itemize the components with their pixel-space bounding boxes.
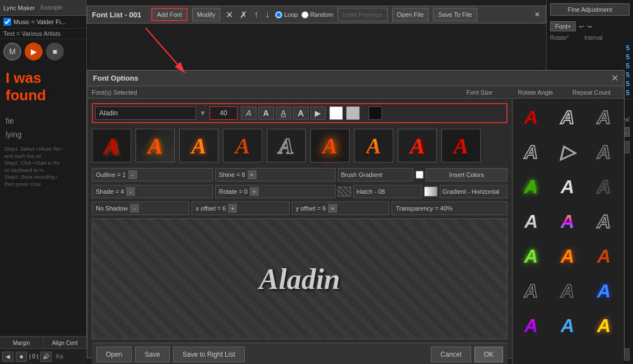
shine-plus-btn[interactable]: + [248, 170, 257, 179]
style-a1-btn[interactable]: A [241, 106, 257, 120]
save-to-file-btn[interactable]: Save To File [433, 8, 477, 21]
insert-colors-btn[interactable]: Insert Colors [426, 168, 508, 181]
font-grid-item-0[interactable]: A [515, 101, 547, 133]
font-grid-item-10[interactable]: A [551, 205, 584, 237]
close-icon[interactable]: ✕ [534, 11, 540, 18]
shine-label: Shine = 8 [219, 171, 245, 178]
font-grid-item-5[interactable]: A [588, 136, 620, 168]
color-swatch-lgray[interactable] [346, 106, 360, 120]
rotate-plus-btn[interactable]: + [250, 187, 259, 196]
arrow-up-btn[interactable]: ↑ [254, 10, 258, 20]
volume-btn[interactable]: 🔊 [40, 352, 52, 362]
xoffset-plus-btn[interactable]: + [228, 204, 237, 213]
font-grid-item-18[interactable]: A [515, 309, 547, 342]
fine-adjustment-btn[interactable]: Fine Adjustment [550, 3, 630, 16]
modify-btn[interactable]: Modify [192, 8, 220, 21]
font-grid-item-8[interactable]: A [588, 170, 620, 203]
font-grid-item-19[interactable]: A [551, 309, 584, 342]
load-previous-btn[interactable]: Load Previous [338, 8, 387, 21]
font-plus-btn[interactable]: Font+ [550, 21, 576, 31]
style-a2-btn[interactable]: A [258, 106, 274, 120]
example-tab[interactable]: Example [40, 4, 62, 11]
random-radio-label[interactable]: Random [301, 11, 334, 18]
font-size-input[interactable] [210, 106, 238, 120]
font-name-input[interactable] [95, 106, 196, 120]
brush-gradient-dropdown[interactable]: Brush Gradient [338, 168, 413, 181]
step1b: and each line as [4, 153, 82, 160]
preview-item-5[interactable]: A [267, 129, 306, 162]
font-grid-item-6[interactable]: A [515, 170, 547, 203]
font-grid-item-3[interactable]: A [515, 136, 547, 168]
tab-margin[interactable]: Margin [0, 338, 44, 348]
bottom-tabs2: Margin Align Cent [0, 337, 87, 348]
hatch-gradient-row: Hatch - 08 Gradient - Horizontal [338, 185, 508, 198]
font-grid-item-2[interactable]: A [588, 101, 620, 133]
rotate-angle-header: Rotate Angle [508, 89, 564, 96]
lyric-display: I was found [0, 64, 86, 114]
font-grid-item-14[interactable]: A [588, 240, 620, 272]
rotate-label: Rotate = 0 [219, 188, 248, 195]
play-button[interactable]: ▶ [25, 43, 43, 60]
font-grid-item-15[interactable]: A [515, 274, 547, 307]
preview-item-4[interactable]: A [223, 129, 262, 162]
music-checkbox[interactable] [3, 18, 11, 26]
open-file-btn[interactable]: Open File [392, 8, 429, 21]
dropdown-arrow-icon[interactable]: ▼ [199, 109, 206, 117]
font-options-right: AAAA▷AAAAAAAAAAAAAAAA [512, 99, 624, 364]
font-grid-item-17[interactable]: A [588, 274, 620, 307]
hatch-dropdown[interactable]: Hatch - 08 [353, 185, 421, 198]
ok-btn[interactable]: OK [474, 347, 503, 362]
cross-x-btn[interactable]: ✗ [240, 10, 247, 20]
style-arrow-btn[interactable]: ▶ [310, 106, 326, 120]
add-font-btn[interactable]: Add Font [151, 8, 188, 21]
save-font-btn[interactable]: Save [135, 347, 169, 362]
loop-radio[interactable] [275, 11, 282, 18]
rotate-label: Rotate° [550, 35, 580, 41]
style-a4-btn[interactable]: A [293, 106, 309, 120]
font-grid-item-1[interactable]: A [551, 101, 584, 133]
font-grid-item-20[interactable]: A [588, 309, 620, 342]
stop-small-btn[interactable]: ■ [16, 352, 27, 362]
preview-item-8[interactable]: A [398, 129, 437, 162]
preview-item-9[interactable]: A [441, 129, 481, 162]
font-grid-item-4[interactable]: ▷ [551, 136, 584, 168]
color-swatch-black[interactable] [369, 106, 382, 120]
arrow-down-btn[interactable]: ↓ [265, 10, 269, 20]
font-options-left: ▼ A A A A ▶ A [87, 99, 512, 364]
dialog-close-btn[interactable]: ✕ [611, 73, 618, 83]
preview-item-2[interactable]: A [136, 129, 175, 162]
yoffset-plus-btn[interactable]: + [328, 204, 337, 213]
undo-icon[interactable]: ↩ [579, 24, 584, 30]
style-a3-btn[interactable]: A [276, 106, 291, 120]
preview-item-3[interactable]: A [179, 129, 218, 162]
shade-minus-btn[interactable]: - [126, 187, 135, 196]
preview-item-7[interactable]: A [354, 129, 393, 162]
font-grid-item-12[interactable]: A [515, 240, 547, 272]
color-swatch-white[interactable] [329, 106, 343, 120]
open-btn[interactable]: Open [96, 347, 132, 362]
options-row-3: No Shadow - x offset = 6 + y offset = 6 … [92, 202, 508, 215]
left-top-bar: Lyric Maker Example [0, 0, 86, 16]
font-grid-item-16[interactable]: A [551, 274, 584, 307]
preview-item-1[interactable]: A [92, 129, 131, 162]
cross-btn[interactable]: ✕ [226, 10, 233, 20]
m-button[interactable]: M [3, 43, 21, 60]
redo-icon[interactable]: ↪ [587, 24, 592, 30]
save-right-list-btn[interactable]: Save to Right List [173, 347, 245, 362]
font-grid-item-7[interactable]: A [551, 170, 584, 203]
font-preview-row: A A A A A A [92, 127, 508, 165]
preview-item-6[interactable]: A [310, 129, 350, 162]
prev-btn[interactable]: ◀ [2, 352, 13, 362]
random-radio[interactable] [301, 11, 309, 18]
cancel-btn[interactable]: Cancel [431, 347, 471, 362]
font-grid-item-13[interactable]: A [551, 240, 584, 272]
gradient-dropdown[interactable]: Gradient - Horizontal [440, 185, 508, 198]
font-grid-item-9[interactable]: A [515, 205, 547, 237]
outline-minus-btn[interactable]: - [128, 170, 137, 179]
stop-button[interactable]: ■ [46, 43, 64, 60]
brush-gradient-checkbox[interactable] [416, 171, 423, 179]
loop-radio-label[interactable]: Loop [275, 11, 297, 18]
tab-align[interactable]: Align Cent [44, 338, 87, 348]
shadow-minus-btn[interactable]: - [130, 204, 139, 213]
font-grid-item-11[interactable]: A [588, 205, 620, 237]
